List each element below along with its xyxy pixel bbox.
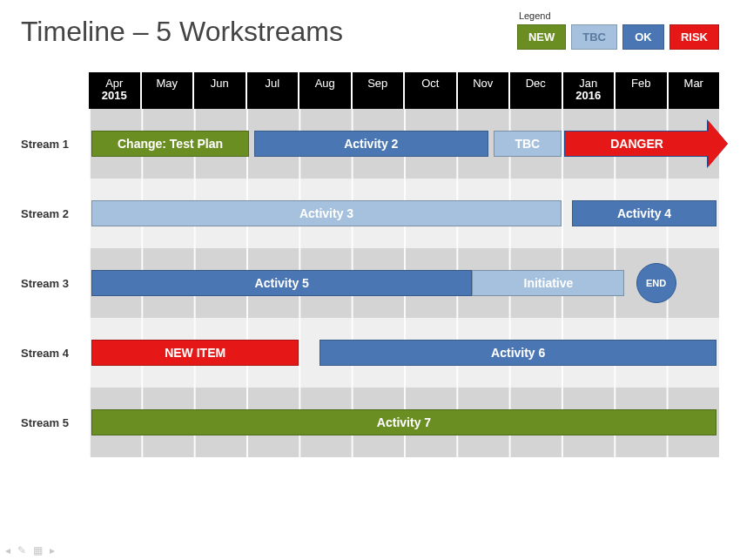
month-dec: Dec: [510, 72, 563, 109]
stream-row: Stream 3Activity 5InitiativeEND: [21, 248, 719, 318]
timeline-bar: TBC: [494, 131, 562, 157]
timeline-bar: Activity 5: [91, 270, 472, 296]
stream-lane: Activity 3Activity 4: [89, 179, 719, 248]
stream-row: Stream 4NEW ITEMActivity 6: [21, 318, 719, 388]
stream-label: Stream 3: [21, 277, 89, 290]
month-mar: Mar: [669, 72, 720, 109]
legend-tbc: TBC: [571, 24, 617, 50]
timeline-bar: Activity 3: [91, 200, 562, 226]
legend-new: NEW: [517, 24, 566, 50]
timeline-bar: Activity 2: [254, 131, 488, 157]
stream-lane: NEW ITEMActivity 6: [89, 318, 719, 388]
timeline-bar: Activity 6: [320, 340, 716, 366]
stream-lane: Activity 7: [89, 388, 719, 457]
timeline-bar: Change: Test Plan: [91, 131, 249, 157]
month-feb: Feb: [616, 72, 669, 109]
timeline-arrow: DANGER: [564, 131, 724, 157]
month-apr: Apr2015: [89, 72, 142, 109]
grid-icon[interactable]: ▦: [33, 544, 43, 557]
stream-row: Stream 1Change: Test PlanActivity 2TBCDA…: [21, 109, 719, 179]
end-milestone: END: [636, 263, 676, 303]
footer-controls: ◂ ✎ ▦ ▸: [5, 544, 55, 557]
stream-label: Stream 1: [21, 138, 89, 151]
month-nov: Nov: [458, 72, 511, 109]
month-jun: Jun: [194, 72, 247, 109]
month-jan: Jan2016: [563, 72, 616, 109]
stream-label: Stream 2: [21, 207, 89, 220]
edit-icon[interactable]: ✎: [17, 544, 26, 557]
stream-lane: Change: Test PlanActivity 2TBCDANGER: [89, 109, 719, 179]
legend-risk: RISK: [669, 24, 719, 50]
month-sep: Sep: [353, 72, 406, 109]
timeline-chart: Apr2015MayJunJulAugSepOctNovDecJan2016Fe…: [21, 72, 719, 457]
legend: Legend NEWTBCOKRISK: [517, 10, 719, 50]
month-oct: Oct: [405, 72, 458, 109]
page-title: Timeline – 5 Workstreams: [21, 16, 517, 48]
month-jul: Jul: [247, 72, 300, 109]
month-aug: Aug: [299, 72, 353, 109]
stream-row: Stream 5Activity 7: [21, 388, 719, 457]
months-header: Apr2015MayJunJulAugSepOctNovDecJan2016Fe…: [89, 72, 719, 109]
legend-ok: OK: [622, 24, 664, 50]
timeline-bar: Activity 4: [572, 200, 716, 226]
stream-label: Stream 4: [21, 347, 89, 360]
timeline-bar: NEW ITEM: [91, 340, 299, 366]
stream-label: Stream 5: [21, 416, 89, 429]
timeline-bar: Initiative: [472, 270, 624, 296]
next-icon[interactable]: ▸: [50, 544, 55, 557]
legend-label: Legend: [519, 10, 719, 21]
prev-icon[interactable]: ◂: [5, 544, 10, 557]
stream-row: Stream 2Activity 3Activity 4: [21, 179, 719, 248]
timeline-bar: Activity 7: [91, 409, 716, 435]
stream-lane: Activity 5InitiativeEND: [89, 248, 719, 318]
month-may: May: [142, 72, 195, 109]
